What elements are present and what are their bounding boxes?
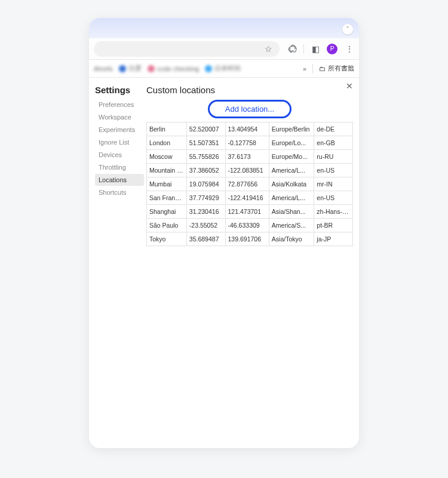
table-row[interactable]: Berlin52.52000713.404954Europe/Berlinde-… xyxy=(147,122,353,136)
locations-table: Berlin52.52000713.404954Europe/Berlinde-… xyxy=(146,122,353,246)
bookmark-favicon xyxy=(119,65,126,72)
cell-lat: 35.689487 xyxy=(186,232,225,246)
cell-lon: 121.473701 xyxy=(225,205,269,219)
cell-name: Tokyo xyxy=(147,232,187,246)
cell-lat: 52.520007 xyxy=(186,122,225,136)
separator xyxy=(312,64,313,73)
table-row[interactable]: Mountain V...37.386052-122.083851America… xyxy=(147,164,353,177)
cell-tz: Europe/Berlin xyxy=(269,122,314,136)
sidebar-item-ignore-list[interactable]: Ignore List xyxy=(95,136,144,148)
cell-tz: Europe/Mo... xyxy=(269,150,314,164)
address-bar[interactable]: ☆ xyxy=(94,41,280,57)
cell-tz: Asia/Kolkata xyxy=(269,177,314,191)
chrome-toolbar: ☆ ◧ P ⋮ xyxy=(89,38,359,60)
cell-tz: America/S... xyxy=(269,219,314,232)
bookmarks-blurred: Ahrefs 日度 code checking 日本时间 xyxy=(94,64,297,73)
page-title: Custom locations xyxy=(146,85,353,95)
sidebar-item-experiments[interactable]: Experiments xyxy=(95,124,144,136)
cell-locale: mr-IN xyxy=(314,177,353,191)
all-bookmarks-folder[interactable]: 🗀所有書籤 xyxy=(319,64,354,73)
cell-lon: -0.127758 xyxy=(225,136,269,150)
extensions-icon[interactable] xyxy=(287,44,297,54)
cell-name: London xyxy=(147,136,187,150)
chevron-down-icon[interactable]: ˇ xyxy=(342,24,353,35)
cell-lon: 72.877656 xyxy=(225,177,269,191)
more-menu-icon[interactable]: ⋮ xyxy=(343,44,354,54)
cell-tz: Europe/Lo... xyxy=(269,136,314,150)
cell-lat: 37.386052 xyxy=(186,164,225,177)
cell-name: São Paulo xyxy=(147,219,187,232)
cell-name: San Franci... xyxy=(147,191,187,205)
cell-locale: en-GB xyxy=(314,136,353,150)
cell-locale: ja-JP xyxy=(314,232,353,246)
cell-lon: -122.083851 xyxy=(225,164,269,177)
star-icon[interactable]: ☆ xyxy=(263,44,274,54)
cell-name: Mountain V... xyxy=(147,164,187,177)
table-row[interactable]: São Paulo-23.55052-46.633309America/S...… xyxy=(147,219,353,232)
tab-strip: ˇ xyxy=(89,18,359,38)
cell-lon: 13.404954 xyxy=(225,122,269,136)
cell-tz: Asia/Tokyo xyxy=(269,232,314,246)
overflow-icon[interactable]: » xyxy=(303,65,306,72)
folder-icon: 🗀 xyxy=(319,65,326,72)
cell-lon: -46.633309 xyxy=(225,219,269,232)
cell-locale: ru-RU xyxy=(314,150,353,164)
cell-locale: en-US xyxy=(314,191,353,205)
cell-name: Mumbai xyxy=(147,177,187,191)
cell-lat: 19.075984 xyxy=(186,177,225,191)
cell-name: Berlin xyxy=(147,122,187,136)
devtools-settings-panel: ✕ Settings Preferences Workspace Experim… xyxy=(89,78,359,448)
cell-lon: 139.691706 xyxy=(225,232,269,246)
cell-locale: de-DE xyxy=(314,122,353,136)
separator xyxy=(303,44,304,54)
bookmark-item[interactable]: 日本时间 xyxy=(205,64,241,73)
table-row[interactable]: Shanghai31.230416121.473701Asia/Shan...z… xyxy=(147,205,353,219)
cell-tz: Asia/Shan... xyxy=(269,205,314,219)
cell-lat: -23.55052 xyxy=(186,219,225,232)
side-panel-icon[interactable]: ◧ xyxy=(310,44,321,54)
cell-lat: 55.755826 xyxy=(186,150,225,164)
bookmark-favicon xyxy=(148,65,155,72)
cell-tz: America/L... xyxy=(269,164,314,177)
close-icon[interactable]: ✕ xyxy=(346,81,353,91)
cell-lat: 37.774929 xyxy=(186,191,225,205)
table-row[interactable]: Tokyo35.689487139.691706Asia/Tokyoja-JP xyxy=(147,232,353,246)
cell-name: Shanghai xyxy=(147,205,187,219)
settings-title: Settings xyxy=(95,85,144,95)
bookmark-item[interactable]: code checking xyxy=(148,65,199,72)
table-row[interactable]: Moscow55.75582637.6173Europe/Mo...ru-RU xyxy=(147,150,353,164)
cell-lon: 37.6173 xyxy=(225,150,269,164)
cell-tz: America/L... xyxy=(269,191,314,205)
settings-sidebar: Settings Preferences Workspace Experimen… xyxy=(89,78,144,448)
browser-frame: ˇ ☆ ◧ P ⋮ Ahrefs 日度 code checking 日本时间 »… xyxy=(89,18,359,448)
bookmark-favicon xyxy=(205,65,212,72)
profile-avatar[interactable]: P xyxy=(327,44,337,54)
cell-lat: 51.507351 xyxy=(186,136,225,150)
cell-locale: zh-Hans-CN xyxy=(314,205,353,219)
bookmark-item[interactable]: Ahrefs xyxy=(94,65,113,72)
sidebar-item-preferences[interactable]: Preferences xyxy=(95,99,144,111)
add-location-button[interactable]: Add location... xyxy=(208,100,291,118)
cell-lat: 31.230416 xyxy=(186,205,225,219)
sidebar-item-throttling[interactable]: Throttling xyxy=(95,161,144,173)
cell-locale: pt-BR xyxy=(314,219,353,232)
bookmarks-bar: Ahrefs 日度 code checking 日本时间 » 🗀所有書籤 xyxy=(89,60,359,78)
table-row[interactable]: San Franci...37.774929-122.419416America… xyxy=(147,191,353,205)
sidebar-item-workspace[interactable]: Workspace xyxy=(95,111,144,123)
table-row[interactable]: Mumbai19.07598472.877656Asia/Kolkatamr-I… xyxy=(147,177,353,191)
cell-name: Moscow xyxy=(147,150,187,164)
table-row[interactable]: London51.507351-0.127758Europe/Lo...en-G… xyxy=(147,136,353,150)
sidebar-item-devices[interactable]: Devices xyxy=(95,149,144,161)
cell-lon: -122.419416 xyxy=(225,191,269,205)
sidebar-item-locations[interactable]: Locations xyxy=(95,174,144,186)
main-content: Custom locations Add location... Berlin5… xyxy=(144,78,359,448)
bookmark-item[interactable]: 日度 xyxy=(119,64,142,73)
sidebar-item-shortcuts[interactable]: Shortcuts xyxy=(95,186,144,198)
cell-locale: en-US xyxy=(314,164,353,177)
